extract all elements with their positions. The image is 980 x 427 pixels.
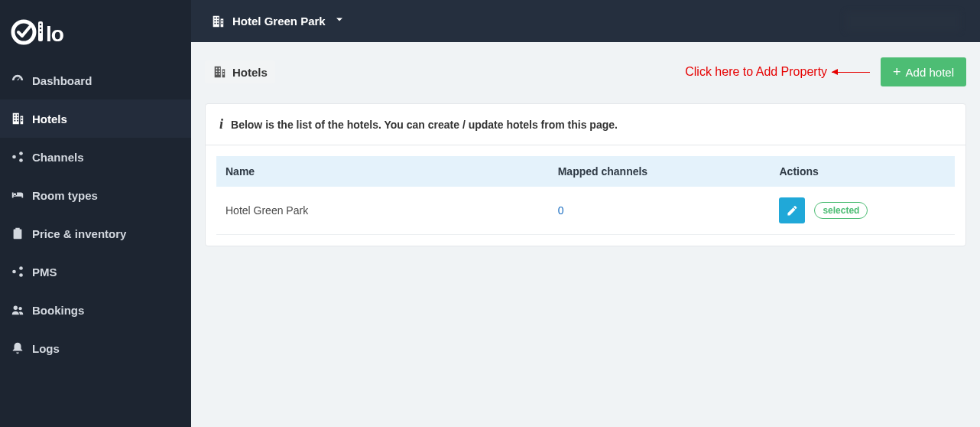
info-bar: i Below is the list of the hotels. You c… — [206, 104, 965, 145]
chevron-down-icon — [333, 14, 346, 28]
cell-name: Hotel Green Park — [216, 187, 549, 235]
sidebar-item-dashboard[interactable]: Dashboard — [0, 61, 191, 99]
svg-point-8 — [40, 28, 41, 29]
sidebar: lo Dashboard Hotels Channels Room types — [0, 0, 191, 427]
hotel-selector-dropdown[interactable]: Hotel Green Park — [211, 14, 346, 28]
annotation-text: Click here to Add Property — [685, 65, 827, 79]
sidebar-item-price-inventory[interactable]: Price & inventory — [0, 214, 191, 253]
add-button-label: Add hotel — [906, 66, 954, 79]
svg-point-9 — [40, 31, 41, 33]
sidebar-item-label: PMS — [32, 266, 57, 279]
page-title: Hotels — [205, 60, 275, 83]
hotels-card: i Below is the list of the hotels. You c… — [205, 103, 966, 246]
selected-badge: selected — [814, 202, 868, 219]
edit-button[interactable] — [779, 197, 805, 223]
share-icon — [11, 150, 24, 164]
svg-point-7 — [40, 24, 41, 25]
pencil-icon — [786, 204, 798, 217]
bell-icon — [11, 341, 24, 355]
page-title-text: Hotels — [232, 66, 268, 79]
user-menu[interactable] — [845, 11, 960, 31]
share-icon — [11, 265, 24, 279]
building-icon — [11, 112, 24, 125]
brand-logo: lo — [0, 0, 191, 61]
cell-mapped-link[interactable]: 0 — [558, 204, 564, 217]
plus-icon: + — [893, 65, 901, 79]
sidebar-item-logs[interactable]: Logs — [0, 329, 191, 367]
sidebar-item-pms[interactable]: PMS — [0, 253, 191, 291]
info-icon: i — [219, 116, 223, 132]
sidebar-item-label: Room types — [32, 189, 98, 202]
sidebar-item-bookings[interactable]: Bookings — [0, 291, 191, 329]
bed-icon — [11, 188, 24, 202]
col-header-mapped: Mapped channels — [549, 156, 771, 187]
sidebar-item-hotels[interactable]: Hotels — [0, 99, 191, 138]
selected-hotel-name: Hotel Green Park — [232, 15, 326, 28]
arrow-icon — [832, 72, 870, 73]
add-hotel-button[interactable]: + Add hotel — [881, 57, 966, 86]
sidebar-item-label: Logs — [32, 342, 60, 355]
tutorial-annotation: Click here to Add Property — [685, 65, 870, 79]
topbar: Hotel Green Park — [191, 0, 980, 42]
clipboard-icon — [11, 227, 24, 240]
sidebar-item-label: Hotels — [32, 112, 67, 125]
table-row: Hotel Green Park 0 selected — [216, 187, 955, 235]
building-icon — [213, 65, 226, 79]
col-header-name: Name — [216, 156, 549, 187]
sidebar-item-label: Price & inventory — [32, 227, 126, 240]
people-icon — [11, 303, 24, 317]
info-text: Below is the list of the hotels. You can… — [231, 119, 618, 131]
sidebar-item-label: Bookings — [32, 304, 84, 317]
hotels-table: Name Mapped channels Actions Hotel Green… — [216, 156, 955, 235]
building-icon — [211, 15, 225, 28]
sidebar-item-room-types[interactable]: Room types — [0, 176, 191, 214]
sidebar-item-label: Channels — [32, 151, 84, 164]
svg-text:lo: lo — [46, 22, 64, 46]
sidebar-item-channels[interactable]: Channels — [0, 138, 191, 176]
sidebar-item-label: Dashboard — [32, 74, 92, 87]
dashboard-icon — [11, 73, 24, 87]
col-header-actions: Actions — [770, 156, 955, 187]
